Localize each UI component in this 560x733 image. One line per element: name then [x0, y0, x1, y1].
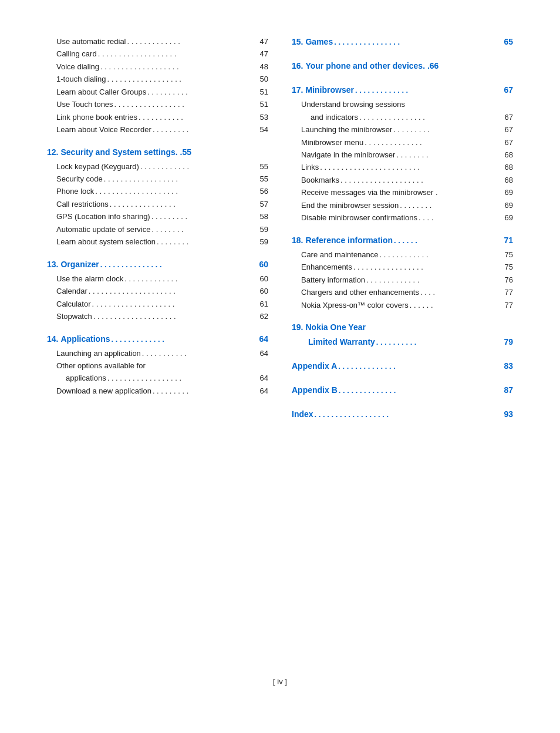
page: Use automatic redial . . . . . . . . . .… [0, 0, 560, 733]
list-item: and indicators . . . . . . . . . . . . .… [292, 111, 513, 123]
index-header: Index . . . . . . . . . . . . . . . . . … [292, 408, 513, 421]
list-item: Chargers and other enhancements . . . . … [292, 286, 513, 298]
page-footer: [ iv ] [47, 677, 513, 686]
list-item: End the minibrowser session . . . . . . … [292, 199, 513, 211]
section-17: 17. Minibrowser . . . . . . . . . . . . … [292, 83, 513, 224]
list-item: Nokia Xpress-on™ color covers . . . . . … [292, 299, 513, 311]
list-item: Security code . . . . . . . . . . . . . … [47, 173, 268, 185]
list-item: Receive messages via the minibrowser . 6… [292, 186, 513, 199]
right-column: 15. Games . . . . . . . . . . . . . . . … [292, 35, 513, 654]
list-item: Learn about Voice Recorder . . . . . . .… [47, 123, 268, 136]
section-19-subheader: Limited Warranty . . . . . . . . . . 79 [292, 335, 513, 349]
section-18-header: 18. Reference information . . . . . . 71 [292, 234, 513, 247]
appendix-b-section: Appendix B . . . . . . . . . . . . . . 8… [292, 384, 513, 398]
list-item: Battery information . . . . . . . . . . … [292, 274, 513, 286]
appendix-a-header: Appendix A . . . . . . . . . . . . . . 8… [292, 359, 513, 373]
list-item: Use automatic redial . . . . . . . . . .… [47, 35, 268, 48]
section-16: 16. Your phone and other devices. .66 [292, 59, 513, 74]
section-17-header: 17. Minibrowser . . . . . . . . . . . . … [292, 83, 513, 97]
list-item: 1-touch dialing . . . . . . . . . . . . … [47, 73, 268, 85]
toc-columns: Use automatic redial . . . . . . . . . .… [47, 35, 513, 654]
list-item: applications . . . . . . . . . . . . . .… [47, 372, 268, 384]
list-item: GPS (Location info sharing) . . . . . . … [47, 210, 268, 223]
list-item: Minibrowser menu . . . . . . . . . . . .… [292, 136, 513, 149]
section-13-header: 13. Organizer . . . . . . . . . . . . . … [47, 258, 268, 271]
section-12-header: 12. Security and System settings. .55 [47, 146, 268, 159]
section-18: 18. Reference information . . . . . . 71… [292, 234, 513, 311]
list-item: Use the alarm clock . . . . . . . . . . … [47, 273, 268, 285]
list-item: Download a new application . . . . . . .… [47, 385, 268, 397]
footer-text: [ iv ] [273, 677, 287, 686]
list-item: Use Touch tones . . . . . . . . . . . . … [47, 98, 268, 110]
list-item: Phone lock . . . . . . . . . . . . . . .… [47, 185, 268, 197]
list-item: Enhancements . . . . . . . . . . . . . .… [292, 261, 513, 273]
list-item: Call restrictions . . . . . . . . . . . … [47, 198, 268, 210]
list-item: Link phone book entries . . . . . . . . … [47, 111, 268, 123]
appendix-a-section: Appendix A . . . . . . . . . . . . . . 8… [292, 359, 513, 374]
top-entries-section: Use automatic redial . . . . . . . . . .… [47, 35, 268, 136]
list-item: Calculator . . . . . . . . . . . . . . .… [47, 298, 268, 310]
list-item: Other options available for [47, 359, 268, 372]
list-item: Learn about Caller Groups . . . . . . . … [47, 86, 268, 98]
section-16-header: 16. Your phone and other devices. .66 [292, 59, 513, 73]
list-item: Calling card . . . . . . . . . . . . . .… [47, 48, 268, 60]
list-item: Launching an application . . . . . . . .… [47, 347, 268, 359]
index-section: Index . . . . . . . . . . . . . . . . . … [292, 408, 513, 422]
section-19-header: 19. Nokia One Year [292, 321, 513, 334]
section-19: 19. Nokia One Year Limited Warranty . . … [292, 321, 513, 350]
list-item: Care and maintenance . . . . . . . . . .… [292, 248, 513, 261]
section-13: 13. Organizer . . . . . . . . . . . . . … [47, 258, 268, 323]
list-item: Launching the minibrowser . . . . . . . … [292, 123, 513, 136]
list-item: Learn about system selection . . . . . .… [47, 236, 268, 248]
section-14-header: 14. Applications . . . . . . . . . . . .… [47, 332, 268, 346]
list-item: Voice dialing . . . . . . . . . . . . . … [47, 60, 268, 73]
section-12: 12. Security and System settings. .55 Lo… [47, 146, 268, 248]
left-column: Use automatic redial . . . . . . . . . .… [47, 35, 268, 654]
list-item: Navigate in the minibrowser . . . . . . … [292, 149, 513, 161]
section-15-header: 15. Games . . . . . . . . . . . . . . . … [292, 35, 513, 49]
list-item: Calendar . . . . . . . . . . . . . . . .… [47, 285, 268, 297]
appendix-b-header: Appendix B . . . . . . . . . . . . . . 8… [292, 384, 513, 397]
list-item: Links . . . . . . . . . . . . . . . . . … [292, 161, 513, 173]
list-item: Lock keypad (Keyguard) . . . . . . . . .… [47, 160, 268, 173]
section-15: 15. Games . . . . . . . . . . . . . . . … [292, 35, 513, 50]
section-14: 14. Applications . . . . . . . . . . . .… [47, 332, 268, 398]
list-item: Stopwatch . . . . . . . . . . . . . . . … [47, 310, 268, 322]
list-item: Understand browsing sessions [292, 98, 513, 110]
list-item: Bookmarks . . . . . . . . . . . . . . . … [292, 174, 513, 186]
list-item: Automatic update of service . . . . . . … [47, 223, 268, 236]
list-item: Disable minibrowser confirmations . . . … [292, 211, 513, 224]
